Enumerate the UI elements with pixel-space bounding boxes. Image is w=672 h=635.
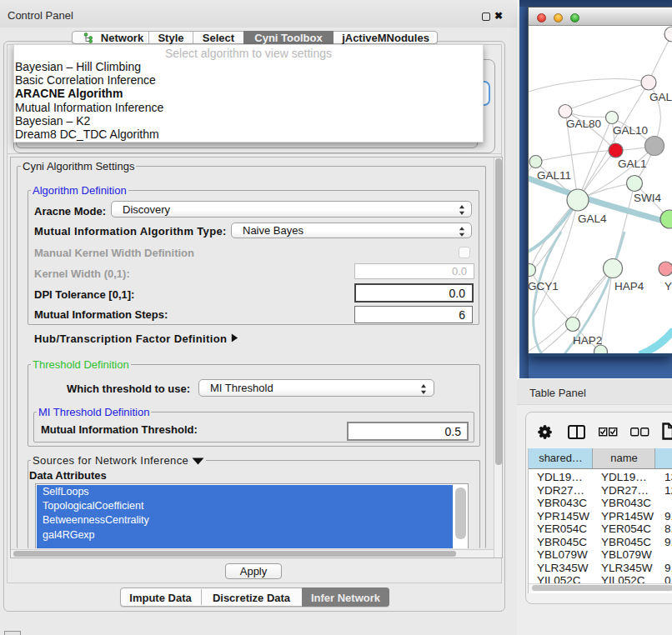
svg-text:HAP4: HAP4 bbox=[614, 280, 644, 292]
svg-text:Y: Y bbox=[664, 280, 672, 292]
svg-text:GAL11: GAL11 bbox=[537, 169, 571, 182]
svg-text:GAL4: GAL4 bbox=[578, 212, 607, 225]
svg-text:HAP2: HAP2 bbox=[573, 334, 602, 347]
svg-text:GCY1: GCY1 bbox=[529, 280, 559, 292]
svg-text:SWI4: SWI4 bbox=[634, 192, 661, 204]
svg-text:GAL80: GAL80 bbox=[566, 118, 601, 130]
svg-text:GAL1: GAL1 bbox=[618, 158, 647, 170]
svg-text:GAL: GAL bbox=[649, 91, 672, 103]
svg-text:GAL10: GAL10 bbox=[613, 124, 648, 137]
